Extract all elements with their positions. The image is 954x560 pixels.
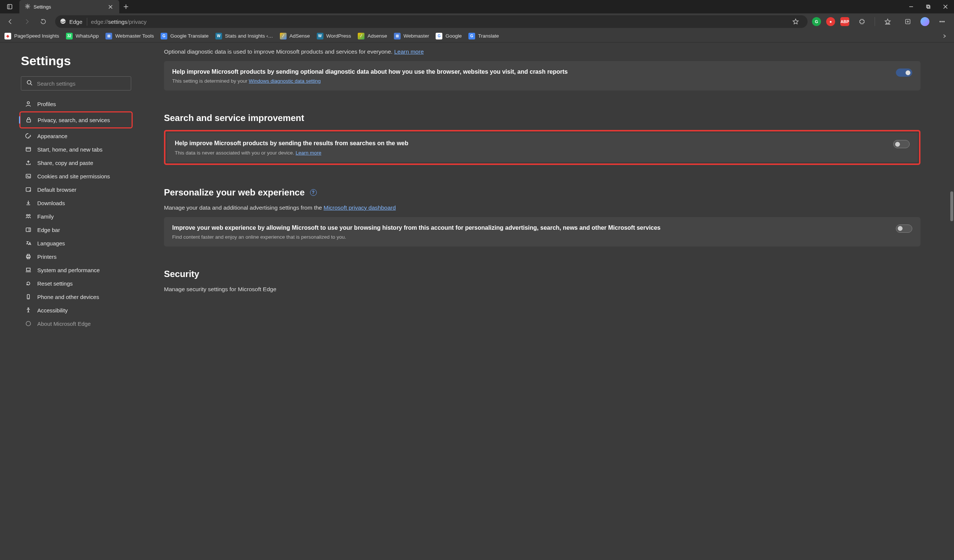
laptop-icon — [25, 267, 32, 273]
gear-icon — [25, 3, 31, 11]
search-settings-box[interactable] — [21, 76, 131, 90]
security-heading: Security — [164, 269, 920, 279]
more-menu-button[interactable] — [935, 14, 949, 29]
palette-icon — [25, 133, 32, 139]
search-improvement-toggle[interactable] — [893, 140, 910, 148]
refresh-button[interactable] — [36, 14, 51, 29]
bookmark-item[interactable]: GTranslate — [468, 33, 499, 39]
sidebar-item-start[interactable]: Start, home, and new tabs — [21, 143, 131, 156]
svg-line-21 — [31, 84, 32, 85]
personalize-toggle[interactable] — [896, 224, 912, 233]
edge-icon — [25, 320, 32, 327]
personalize-description: Manage your data and additional advertis… — [164, 204, 920, 211]
search-learn-more-link[interactable]: Learn more — [296, 150, 321, 156]
window-controls — [903, 0, 954, 13]
close-window-button[interactable] — [937, 0, 954, 13]
content-area: Settings Profiles Privacy, search, and s… — [0, 42, 954, 560]
bookmark-item[interactable]: 32WhatsApp — [66, 33, 99, 39]
favorites-button[interactable] — [880, 14, 895, 29]
sidebar-item-privacy[interactable]: Privacy, search, and services — [21, 113, 131, 127]
bookmark-item[interactable]: ◆PageSpeed Insights — [5, 33, 59, 39]
sidebar-item-printers[interactable]: Printers — [21, 250, 131, 263]
sidebar-item-edge-bar[interactable]: Edge bar — [21, 223, 131, 236]
bookmark-item[interactable]: ⊞Webmaster Tools — [106, 33, 154, 39]
svg-rect-32 — [26, 228, 31, 232]
minimize-button[interactable] — [903, 0, 920, 13]
address-bar[interactable]: Edge edge://settings/privacy — [55, 15, 807, 28]
bookmark-item[interactable]: WWordPress — [317, 33, 351, 39]
sidebar-item-share[interactable]: Share, copy and paste — [21, 156, 131, 170]
sidebar-item-profiles[interactable]: Profiles — [21, 97, 131, 110]
tab-actions-button[interactable] — [0, 0, 19, 13]
titlebar: Settings — [0, 0, 954, 13]
bookmarks-overflow-button[interactable] — [939, 31, 949, 41]
extensions-button[interactable] — [854, 14, 870, 29]
bookmark-item[interactable]: GGoogle — [436, 33, 462, 39]
sidebar-item-about[interactable]: About Microsoft Edge — [21, 317, 131, 330]
svg-point-40 — [28, 308, 29, 309]
diag-learn-more-link[interactable]: Learn more — [394, 48, 424, 55]
search-improvement-card: Help improve Microsoft products by sendi… — [167, 132, 918, 162]
svg-point-22 — [27, 102, 30, 104]
phone-icon — [25, 294, 32, 300]
svg-rect-26 — [26, 174, 31, 178]
back-button[interactable] — [3, 14, 18, 29]
settings-main: Optional diagnostic data is used to impr… — [142, 42, 954, 560]
bookmark-item[interactable]: WStats and Insights ‹… — [215, 33, 273, 39]
sidebar-item-system[interactable]: System and performance — [21, 263, 131, 277]
bookmark-item[interactable]: ⊞Webmaster — [394, 33, 429, 39]
extensions-area: G ● ABP — [812, 14, 951, 29]
sidebar-item-default-browser[interactable]: Default browser — [21, 183, 131, 196]
tab-title: Settings — [34, 4, 51, 10]
sidebar-item-family[interactable]: Family — [21, 210, 131, 223]
personalize-heading: Personalize your web experience ? — [164, 187, 920, 198]
profile-avatar[interactable] — [920, 17, 929, 26]
sidebar-item-reset[interactable]: Reset settings — [21, 277, 131, 290]
personalize-card-subtitle: Find content faster and enjoy an online … — [172, 234, 887, 240]
sidebar-item-languages[interactable]: Languages — [21, 236, 131, 250]
tabbar: Settings — [0, 0, 903, 13]
privacy-dashboard-link[interactable]: Microsoft privacy dashboard — [323, 204, 396, 211]
search-improvement-heading: Search and service improvement — [164, 113, 920, 123]
ext-pin-icon[interactable]: ● — [826, 17, 835, 26]
sidebar-item-accessibility[interactable]: Accessibility — [21, 303, 131, 317]
url-text: edge://settings/privacy — [91, 19, 147, 25]
sidebar-item-cookies[interactable]: Cookies and site permissions — [21, 170, 131, 183]
site-identity[interactable]: Edge — [60, 18, 87, 26]
maximize-button[interactable] — [920, 0, 937, 13]
window-icon — [25, 146, 32, 152]
collections-button[interactable] — [900, 14, 915, 29]
close-tab-button[interactable] — [106, 2, 115, 11]
svg-rect-23 — [27, 120, 31, 122]
security-description: Manage security settings for Microsoft E… — [164, 286, 920, 292]
ext-abp-icon[interactable]: ABP — [840, 17, 849, 26]
language-icon — [25, 240, 32, 246]
personalize-card: Improve your web experience by allowing … — [164, 217, 920, 246]
bookmark-item[interactable]: ∕Adsense — [358, 33, 387, 39]
bookmark-item[interactable]: GGoogle Translate — [161, 33, 209, 39]
forward-button[interactable] — [19, 14, 34, 29]
settings-sidebar: Settings Profiles Privacy, search, and s… — [0, 42, 142, 560]
tab-settings[interactable]: Settings — [19, 0, 119, 13]
family-icon — [25, 213, 32, 219]
svg-point-2 — [27, 5, 28, 7]
lock-icon — [25, 117, 33, 123]
diag-toggle[interactable] — [896, 68, 912, 77]
sidebar-item-phone[interactable]: Phone and other devices — [21, 290, 131, 303]
help-icon[interactable]: ? — [310, 189, 317, 196]
favorite-button[interactable] — [788, 14, 803, 29]
scrollbar-thumb[interactable] — [950, 191, 953, 221]
svg-rect-36 — [27, 257, 30, 259]
svg-point-18 — [942, 21, 943, 22]
windows-diag-link[interactable]: Windows diagnostic data setting — [249, 78, 321, 84]
search-card-title: Help improve Microsoft products by sendi… — [175, 139, 884, 148]
search-settings-input[interactable] — [37, 81, 126, 87]
new-tab-button[interactable] — [119, 0, 132, 13]
svg-rect-35 — [27, 254, 30, 256]
search-card-subtitle: This data is never associated with you o… — [175, 150, 884, 156]
sidebar-item-appearance[interactable]: Appearance — [21, 129, 131, 143]
bookmark-item[interactable]: ∕AdSense — [280, 33, 310, 39]
diag-card: Help improve Microsoft products by sendi… — [164, 61, 920, 90]
ext-grammarly-icon[interactable]: G — [812, 17, 821, 26]
sidebar-item-downloads[interactable]: Downloads — [21, 196, 131, 210]
